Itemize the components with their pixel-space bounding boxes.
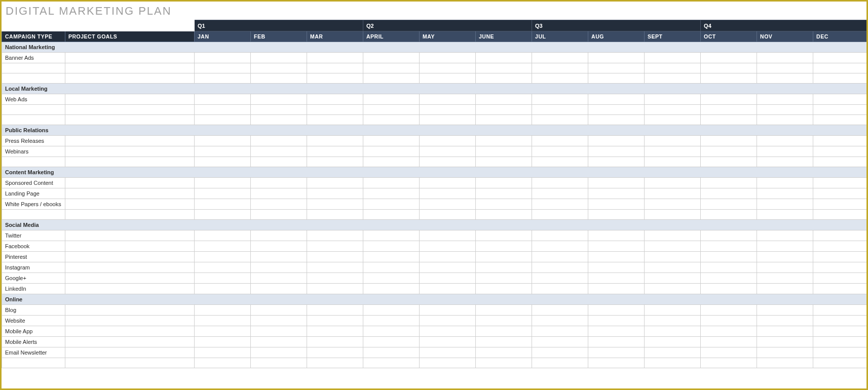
month-cell[interactable]: [588, 136, 645, 146]
month-cell[interactable]: [645, 337, 701, 347]
month-cell[interactable]: [757, 63, 813, 73]
month-cell[interactable]: [813, 146, 868, 157]
campaign-type-cell[interactable]: Web Ads: [2, 94, 65, 105]
month-cell[interactable]: [701, 136, 757, 146]
month-cell[interactable]: [701, 252, 757, 262]
month-cell[interactable]: [195, 347, 251, 358]
month-cell[interactable]: [195, 199, 251, 210]
month-cell[interactable]: [363, 262, 420, 273]
month-cell[interactable]: [307, 262, 363, 273]
month-cell[interactable]: [363, 210, 420, 220]
month-cell[interactable]: [307, 199, 363, 210]
project-goals-cell[interactable]: [65, 262, 195, 273]
campaign-type-cell[interactable]: Blog: [2, 305, 65, 316]
project-goals-cell[interactable]: [65, 252, 195, 262]
month-cell[interactable]: [645, 284, 701, 294]
month-cell[interactable]: [476, 94, 532, 105]
campaign-type-cell[interactable]: Instagram: [2, 262, 65, 273]
month-cell[interactable]: [532, 199, 588, 210]
month-cell[interactable]: [476, 136, 532, 146]
month-cell[interactable]: [813, 178, 868, 188]
campaign-type-cell[interactable]: Facebook: [2, 241, 65, 252]
campaign-type-cell[interactable]: Email Newsletter: [2, 347, 65, 358]
month-cell[interactable]: [251, 188, 307, 199]
month-cell[interactable]: [532, 146, 588, 157]
month-cell[interactable]: [588, 178, 645, 188]
project-goals-cell[interactable]: [65, 241, 195, 252]
month-cell[interactable]: [757, 157, 813, 167]
month-cell[interactable]: [813, 136, 868, 146]
month-cell[interactable]: [195, 53, 251, 63]
month-cell[interactable]: [476, 210, 532, 220]
month-cell[interactable]: [532, 252, 588, 262]
month-cell[interactable]: [532, 63, 588, 73]
month-cell[interactable]: [420, 73, 476, 84]
month-cell[interactable]: [645, 230, 701, 241]
month-cell[interactable]: [532, 157, 588, 167]
month-cell[interactable]: [813, 105, 868, 115]
month-cell[interactable]: [645, 305, 701, 316]
month-cell[interactable]: [476, 273, 532, 284]
campaign-type-cell[interactable]: Google+: [2, 273, 65, 284]
month-cell[interactable]: [757, 178, 813, 188]
month-cell[interactable]: [476, 252, 532, 262]
campaign-type-cell[interactable]: Press Releases: [2, 136, 65, 146]
month-cell[interactable]: [645, 326, 701, 337]
month-cell[interactable]: [363, 63, 420, 73]
month-cell[interactable]: [251, 53, 307, 63]
month-cell[interactable]: [532, 337, 588, 347]
month-cell[interactable]: [195, 241, 251, 252]
month-cell[interactable]: [420, 53, 476, 63]
month-cell[interactable]: [645, 94, 701, 105]
month-cell[interactable]: [420, 105, 476, 115]
month-cell[interactable]: [701, 188, 757, 199]
month-cell[interactable]: [420, 284, 476, 294]
month-cell[interactable]: [195, 337, 251, 347]
month-cell[interactable]: [813, 273, 868, 284]
month-cell[interactable]: [701, 157, 757, 167]
month-cell[interactable]: [307, 115, 363, 125]
month-cell[interactable]: [420, 146, 476, 157]
campaign-type-cell[interactable]: LinkedIn: [2, 284, 65, 294]
month-cell[interactable]: [420, 199, 476, 210]
month-cell[interactable]: [588, 347, 645, 358]
month-cell[interactable]: [757, 210, 813, 220]
month-cell[interactable]: [420, 326, 476, 337]
month-cell[interactable]: [588, 210, 645, 220]
month-cell[interactable]: [251, 305, 307, 316]
month-cell[interactable]: [307, 188, 363, 199]
month-cell[interactable]: [476, 115, 532, 125]
month-cell[interactable]: [813, 210, 868, 220]
month-cell[interactable]: [757, 94, 813, 105]
month-cell[interactable]: [588, 262, 645, 273]
project-goals-cell[interactable]: [65, 63, 195, 73]
month-cell[interactable]: [363, 157, 420, 167]
month-cell[interactable]: [476, 230, 532, 241]
month-cell[interactable]: [757, 136, 813, 146]
month-cell[interactable]: [532, 358, 588, 368]
project-goals-cell[interactable]: [65, 188, 195, 199]
month-cell[interactable]: [532, 316, 588, 326]
month-cell[interactable]: [813, 305, 868, 316]
month-cell[interactable]: [476, 284, 532, 294]
month-cell[interactable]: [307, 358, 363, 368]
month-cell[interactable]: [813, 115, 868, 125]
month-cell[interactable]: [645, 157, 701, 167]
month-cell[interactable]: [195, 230, 251, 241]
month-cell[interactable]: [757, 73, 813, 84]
month-cell[interactable]: [195, 73, 251, 84]
month-cell[interactable]: [195, 252, 251, 262]
month-cell[interactable]: [532, 94, 588, 105]
month-cell[interactable]: [645, 347, 701, 358]
month-cell[interactable]: [251, 347, 307, 358]
month-cell[interactable]: [645, 199, 701, 210]
month-cell[interactable]: [476, 316, 532, 326]
project-goals-cell[interactable]: [65, 105, 195, 115]
month-cell[interactable]: [363, 146, 420, 157]
month-cell[interactable]: [588, 326, 645, 337]
month-cell[interactable]: [307, 157, 363, 167]
campaign-type-cell[interactable]: Twitter: [2, 230, 65, 241]
month-cell[interactable]: [420, 157, 476, 167]
month-cell[interactable]: [307, 284, 363, 294]
project-goals-cell[interactable]: [65, 146, 195, 157]
